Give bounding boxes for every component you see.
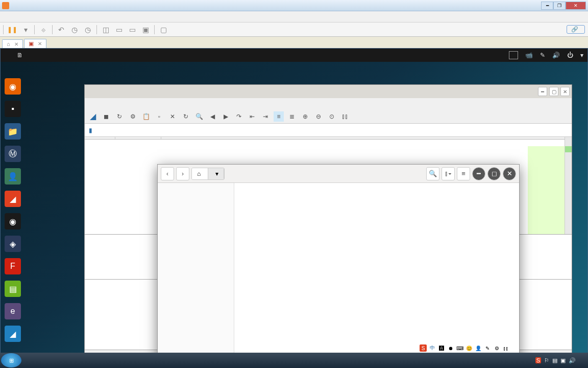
last-icon[interactable]: ⇥: [260, 111, 271, 122]
fullscreen-icon[interactable]: ▣: [141, 25, 150, 34]
reload-icon[interactable]: ↻: [181, 111, 191, 122]
dock-burp-icon[interactable]: ◢: [5, 191, 21, 207]
forward-button[interactable]: ›: [176, 167, 189, 180]
dock: ◉ ▪ 📁 Ⓜ 👤 ◢ ◉ ◈ F ▤ e ◢ ⋮⋮⋮: [5, 78, 21, 364]
wireshark-menubar: [85, 98, 572, 109]
gnome-top-bar: 🗎 📹 ✎ 🔊 ⏻ ▾: [1, 49, 587, 62]
vm-icon: ▣: [29, 40, 34, 47]
fm-minimize-button[interactable]: ━: [472, 167, 485, 180]
autoscroll-icon[interactable]: ≡: [274, 111, 284, 122]
updates-icon[interactable]: ⚐: [544, 357, 549, 364]
first-icon[interactable]: ⇤: [247, 111, 257, 122]
start-button[interactable]: ⊞: [1, 353, 21, 367]
dock-zenmap-icon[interactable]: ◈: [5, 236, 21, 252]
display-filter-input[interactable]: [94, 126, 558, 135]
dock-files-icon[interactable]: 📁: [5, 123, 21, 140]
upload-tag[interactable]: 🔗: [567, 25, 585, 34]
clock2-icon[interactable]: ◷: [83, 25, 92, 34]
close-file-icon[interactable]: ✕: [167, 111, 178, 122]
tile-icon[interactable]: ◫: [101, 25, 110, 34]
file-manager-header: ‹ › ⌂ ▾ 🔍 ⫿▾ ≡ ━ ◻ ✕: [158, 165, 519, 183]
system-tray[interactable]: S ⚐ ▤ ▣ 🔊: [530, 357, 587, 364]
volume-icon[interactable]: 🔊: [552, 52, 560, 59]
window-titlebar: ━ ❐ ✕: [0, 0, 588, 11]
zoom-in-icon[interactable]: ⊕: [300, 111, 310, 122]
scrollbar[interactable]: [565, 137, 572, 234]
dock-ettercap-icon[interactable]: e: [5, 303, 21, 319]
maximize-button[interactable]: ❐: [553, 2, 566, 10]
tab-close-icon[interactable]: ✕: [38, 41, 42, 47]
sogou-tray-icon[interactable]: S: [535, 357, 541, 363]
power-icon[interactable]: ⏻: [567, 52, 573, 59]
ws-maximize-button[interactable]: ▢: [549, 87, 558, 96]
sogou-lang-bar[interactable]: S 中🅰⏺⌨😊👤✎⚙⫿⫿: [420, 343, 509, 353]
windows-taskbar: ⊞ S ⚐ ▤ ▣ 🔊: [0, 353, 588, 368]
breadcrumb: ⌂ ▾: [191, 168, 225, 180]
resize-cols-icon[interactable]: ⫿⫿: [340, 111, 350, 122]
camera-icon[interactable]: 📹: [525, 52, 533, 59]
zoom-out-icon[interactable]: ⊖: [313, 111, 324, 122]
desktop: ◉ ▪ 📁 Ⓜ 👤 ◢ ◉ ◈ F ▤ e ◢ ⋮⋮⋮ ━ ▢ ✕: [1, 62, 587, 357]
vm-screen: 🗎 📹 ✎ 🔊 ⏻ ▾ ◉ ▪ 📁 Ⓜ 👤 ◢ ◉ ◈ F ▤ e ◢ ⋮⋮⋮: [0, 48, 588, 357]
file-grid[interactable]: [234, 183, 519, 368]
unity-icon[interactable]: ▭: [114, 25, 124, 34]
search-button[interactable]: 🔍: [426, 167, 439, 180]
stop-icon[interactable]: ◼: [101, 111, 111, 122]
toolbar-dropdown-icon[interactable]: ▾: [21, 25, 30, 34]
ws-minimize-button[interactable]: ━: [538, 87, 547, 96]
find-icon[interactable]: 🔍: [194, 111, 204, 122]
wireshark-filter-bar: ▮: [85, 124, 572, 137]
dropdown-icon[interactable]: ▾: [580, 52, 583, 59]
home-icon: ⌂: [7, 41, 10, 47]
dock-wireshark-icon[interactable]: ◢: [5, 326, 21, 342]
files-menu[interactable]: 🗎: [17, 52, 23, 59]
zoom-reset-icon[interactable]: ⊙: [327, 111, 337, 122]
brush-icon[interactable]: ✎: [540, 52, 545, 59]
forward-icon[interactable]: ▶: [220, 111, 231, 122]
dock-leafpad-icon[interactable]: ▤: [5, 281, 21, 297]
revert-icon[interactable]: ↶: [57, 25, 66, 34]
save-icon[interactable]: ▫: [154, 111, 164, 122]
dock-flash-icon[interactable]: F: [5, 258, 21, 274]
dock-armitage-icon[interactable]: 👤: [5, 168, 21, 185]
ws-close-button[interactable]: ✕: [560, 87, 570, 96]
dock-firefox-icon[interactable]: ◉: [5, 78, 21, 95]
safe-remove-icon[interactable]: ▣: [560, 357, 566, 364]
bookmark-icon[interactable]: ▮: [87, 127, 94, 134]
vmware-icon: [2, 2, 9, 9]
pause-icon[interactable]: ❚❚: [8, 25, 17, 34]
colorize-icon[interactable]: ≣: [287, 111, 297, 122]
clock-icon[interactable]: ◷: [70, 25, 79, 34]
dock-obs-icon[interactable]: ◉: [5, 213, 21, 229]
minimize-button[interactable]: ━: [541, 2, 553, 10]
file-manager-window: ‹ › ⌂ ▾ 🔍 ⫿▾ ≡ ━ ◻ ✕: [157, 164, 520, 368]
vmware-menubar: [0, 11, 588, 22]
shark-fin-icon[interactable]: ◢: [88, 111, 98, 122]
tab-close-icon[interactable]: ✕: [14, 41, 18, 47]
dock-terminal-icon[interactable]: ▪: [5, 101, 21, 117]
restart-icon[interactable]: ↻: [114, 111, 125, 122]
fm-close-button[interactable]: ✕: [503, 167, 516, 180]
thumbnail-icon[interactable]: ▢: [159, 25, 168, 34]
snapshot-icon[interactable]: ⟐: [39, 25, 48, 34]
console-icon[interactable]: ▭: [128, 25, 137, 34]
view-toggle-button[interactable]: ⫿▾: [442, 167, 455, 180]
close-button[interactable]: ✕: [566, 2, 586, 10]
options-icon[interactable]: ⚙: [128, 111, 138, 122]
breadcrumb-home[interactable]: ⌂: [192, 168, 208, 179]
back-icon[interactable]: ◀: [207, 111, 217, 122]
back-button[interactable]: ‹: [161, 167, 174, 180]
workspace-indicator[interactable]: [509, 51, 518, 59]
col-time[interactable]: [115, 137, 161, 139]
col-no[interactable]: [85, 137, 115, 139]
tab-kali[interactable]: ▣ ✕: [24, 39, 46, 48]
breadcrumb-current[interactable]: ▾: [208, 168, 224, 179]
dock-metasploit-icon[interactable]: Ⓜ: [5, 146, 21, 162]
fm-maximize-button[interactable]: ◻: [487, 167, 501, 180]
menu-button[interactable]: ≡: [457, 167, 470, 180]
network-icon[interactable]: ▤: [552, 357, 557, 364]
volume-tray-icon[interactable]: 🔊: [569, 357, 576, 364]
goto-icon[interactable]: ↷: [234, 111, 244, 122]
open-icon[interactable]: 📋: [141, 111, 151, 122]
tab-home[interactable]: ⌂ ✕: [2, 39, 23, 48]
